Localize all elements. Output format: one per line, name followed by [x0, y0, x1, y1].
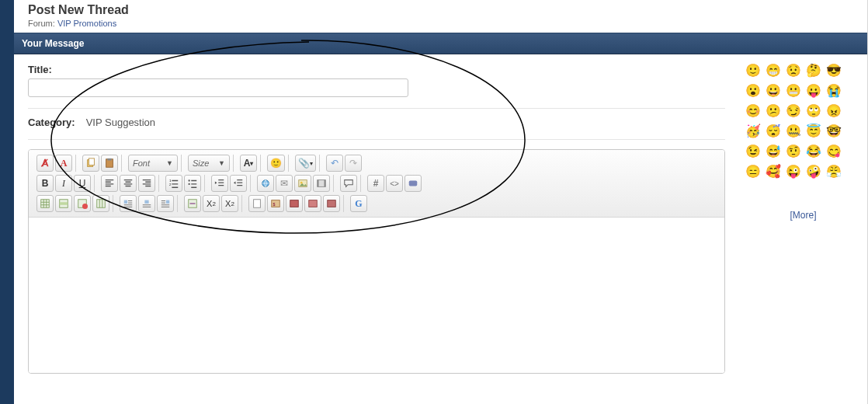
table-icon[interactable] [36, 195, 54, 212]
smiley-1[interactable]: 😁 [766, 62, 781, 78]
undo-icon[interactable]: ↶ [326, 155, 343, 172]
smilies-panel: 🙂😁😟🤔😎😮😀😬😛😭😊😕😏🙄😠🥳😴🤐😇🤓😉😅🤨😂😋😑🥰😜🤪😤 [More] [739, 54, 867, 383]
quote-icon[interactable] [340, 175, 357, 192]
smiley-12[interactable]: 😏 [786, 103, 801, 118]
switch-editor-icon[interactable]: A [55, 155, 72, 172]
smiley-21[interactable]: 😅 [766, 143, 781, 158]
smiley-16[interactable]: 😴 [766, 123, 781, 138]
smiley-7[interactable]: 😬 [786, 82, 801, 98]
html-icon[interactable]: <> [386, 175, 403, 192]
copy-icon[interactable] [82, 155, 99, 172]
hr-icon[interactable] [184, 195, 201, 212]
remove-format-icon[interactable]: A̸ [36, 155, 54, 172]
svg-rect-30 [328, 200, 336, 207]
smiley-19[interactable]: 🤓 [826, 123, 842, 138]
section-your-message: Your Message [14, 33, 867, 54]
float-right-icon[interactable] [157, 195, 174, 212]
smiley-0[interactable]: 🙂 [745, 62, 761, 78]
align-center-icon[interactable] [120, 175, 137, 192]
editor-body[interactable] [29, 218, 724, 373]
smiley-26[interactable]: 🥰 [766, 163, 781, 179]
category-value[interactable]: VIP Suggestion [86, 117, 155, 128]
smiley-23[interactable]: 😂 [806, 143, 821, 158]
indent-icon[interactable] [230, 175, 247, 192]
float-left-icon[interactable] [120, 195, 137, 212]
svg-rect-12 [318, 180, 319, 187]
outdent-icon[interactable] [211, 175, 228, 192]
smiley-11[interactable]: 😕 [766, 103, 781, 118]
special4-icon[interactable] [323, 195, 340, 212]
ordered-list-icon[interactable]: 12 [165, 175, 182, 192]
attachment-icon[interactable]: 📎▾ [295, 155, 316, 172]
smiley-icon[interactable]: 🙂 [267, 155, 285, 172]
smiley-2[interactable]: 😟 [786, 62, 801, 78]
unordered-list-icon[interactable] [184, 175, 201, 192]
align-right-icon[interactable] [138, 175, 155, 192]
php-icon[interactable] [404, 175, 422, 192]
smiley-9[interactable]: 😭 [826, 82, 842, 98]
bold-icon[interactable]: B [36, 175, 54, 192]
svg-rect-3 [107, 158, 111, 161]
smiley-4[interactable]: 😎 [826, 62, 842, 78]
special1-icon[interactable]: $ [267, 195, 284, 212]
more-smilies-link[interactable]: [More] [745, 210, 861, 221]
table-delete-icon[interactable] [74, 195, 91, 212]
left-rail [0, 0, 14, 404]
svg-rect-23 [166, 200, 169, 204]
paste-icon[interactable] [101, 155, 118, 172]
smiley-14[interactable]: 😠 [826, 103, 842, 118]
svg-rect-22 [144, 200, 148, 204]
smiley-17[interactable]: 🤐 [786, 123, 801, 138]
float-center-icon[interactable] [138, 195, 155, 212]
font-dropdown[interactable]: Font▼ [128, 155, 178, 172]
table-props-icon[interactable] [92, 195, 109, 212]
smiley-15[interactable]: 🥳 [745, 123, 761, 138]
svg-point-7 [188, 183, 189, 185]
smiley-18[interactable]: 😇 [806, 123, 821, 138]
italic-icon[interactable]: I [55, 175, 72, 192]
unlink-icon[interactable]: ✉ [276, 175, 293, 192]
smiley-27[interactable]: 😜 [786, 163, 801, 179]
smiley-25[interactable]: 😑 [745, 163, 761, 179]
video-icon[interactable] [313, 175, 330, 192]
special3-icon[interactable] [304, 195, 321, 212]
title-input[interactable] [28, 78, 408, 97]
svg-text:$: $ [273, 202, 276, 207]
editor-toolbar: A̸ A Font▼ Size▼ [29, 150, 724, 218]
text-color-icon[interactable]: A▾ [240, 155, 257, 172]
smiley-28[interactable]: 🤪 [806, 163, 821, 179]
special2-icon[interactable] [286, 195, 303, 212]
size-dropdown[interactable]: Size▼ [188, 155, 230, 172]
redo-icon[interactable]: ↷ [345, 155, 362, 172]
smiley-8[interactable]: 😛 [806, 82, 821, 98]
smiley-22[interactable]: 🤨 [786, 143, 801, 158]
smiley-20[interactable]: 😉 [745, 143, 761, 158]
smiley-10[interactable]: 😊 [745, 103, 761, 118]
forum-link[interactable]: VIP Promotions [57, 19, 116, 28]
svg-rect-20 [97, 200, 106, 208]
smiley-13[interactable]: 🙄 [806, 103, 821, 118]
svg-rect-29 [309, 200, 318, 207]
underline-icon[interactable]: U [74, 175, 91, 192]
smiley-24[interactable]: 😋 [826, 143, 842, 158]
divider [28, 139, 725, 140]
smiley-6[interactable]: 😀 [766, 82, 781, 98]
title-label: Title: [28, 64, 52, 75]
image-icon[interactable] [294, 175, 311, 192]
svg-text:2: 2 [169, 183, 172, 186]
smiley-3[interactable]: 🤔 [806, 62, 821, 78]
align-left-icon[interactable] [101, 175, 118, 192]
link-icon[interactable] [257, 175, 274, 192]
preview-icon[interactable]: G [350, 195, 367, 212]
superscript-icon[interactable]: X2 [221, 195, 238, 212]
table-row-icon[interactable] [55, 195, 72, 212]
page-title: Post New Thread [28, 3, 853, 17]
code-icon[interactable]: # [367, 175, 384, 192]
subscript-icon[interactable]: X2 [203, 195, 220, 212]
divider [28, 108, 725, 109]
smiley-5[interactable]: 😮 [745, 82, 761, 98]
svg-point-19 [82, 204, 88, 209]
smiley-29[interactable]: 😤 [826, 163, 842, 179]
svg-point-10 [300, 182, 303, 184]
page-icon[interactable] [248, 195, 266, 212]
